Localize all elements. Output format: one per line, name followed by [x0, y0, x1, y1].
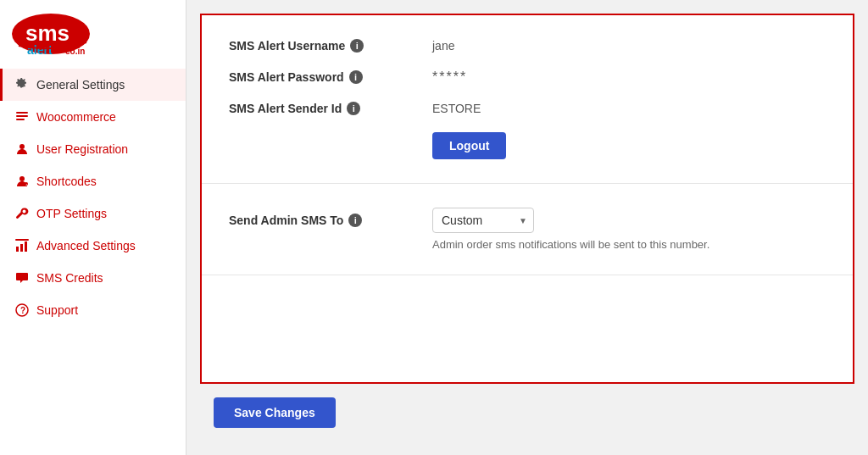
admin-sms-info-icon[interactable]: i [348, 214, 362, 227]
sidebar-item-shortcodes[interactable]: + Shortcodes [0, 165, 186, 197]
sidebar-item-otp-settings-label: OTP Settings [36, 207, 107, 220]
sidebar-item-sms-credits[interactable]: SMS Credits [0, 262, 186, 294]
sidebar-item-general-settings[interactable]: General Settings [0, 69, 186, 101]
svg-text:sms: sms [25, 20, 70, 46]
password-info-icon[interactable]: i [349, 70, 363, 84]
password-value: ***** [432, 69, 467, 85]
svg-text:?: ? [20, 306, 25, 315]
admin-sms-select[interactable]: Custom Admin Email Billing Email [432, 208, 534, 233]
svg-point-8 [19, 176, 25, 181]
sidebar-item-support-label: Support [36, 303, 78, 317]
logo-image: sms alert co.in [10, 8, 112, 58]
sidebar-item-woocommerce[interactable]: Woocommerce [0, 101, 186, 133]
sender-row: SMS Alert Sender Id i ESTORE [229, 102, 826, 115]
admin-sms-hint: Admin order sms notifications will be se… [432, 238, 826, 251]
sidebar-item-otp-settings[interactable]: OTP Settings [0, 197, 186, 230]
svg-rect-12 [20, 244, 23, 252]
logo-area: sms alert co.in [0, 0, 186, 65]
sidebar-item-sms-credits-label: SMS Credits [36, 271, 103, 285]
admin-sms-select-wrapper: Custom Admin Email Billing Email [432, 208, 534, 233]
nav-menu: General Settings Woocommerce User Regist… [0, 65, 186, 330]
content-wrapper: SMS Alert Username i jane SMS Alert Pass… [200, 14, 854, 384]
sidebar-item-user-registration[interactable]: User Registration [0, 133, 186, 165]
sender-value: ESTORE [432, 102, 481, 115]
username-row: SMS Alert Username i jane [229, 39, 826, 53]
question-icon: ? [14, 302, 30, 318]
password-label: SMS Alert Password i [229, 70, 432, 84]
gear-icon [14, 77, 30, 92]
shortcodes-icon: + [14, 174, 30, 189]
comment-icon [14, 270, 30, 286]
sender-info-icon[interactable]: i [347, 102, 360, 115]
sidebar-item-woocommerce-label: Woocommerce [36, 110, 116, 124]
password-row: SMS Alert Password i ***** [229, 69, 826, 85]
user-icon [14, 141, 30, 157]
wrench-icon [14, 206, 30, 221]
save-changes-button[interactable]: Save Changes [214, 397, 336, 428]
credentials-section: SMS Alert Username i jane SMS Alert Pass… [202, 15, 853, 184]
logout-row: Logout [229, 132, 826, 159]
advanced-icon [14, 238, 30, 253]
sidebar-item-shortcodes-label: Shortcodes [36, 175, 97, 188]
sidebar: sms alert co.in General Settings [0, 0, 186, 455]
sidebar-item-general-settings-label: General Settings [36, 78, 125, 92]
sidebar-item-advanced-settings-label: Advanced Settings [36, 239, 136, 252]
sender-label: SMS Alert Sender Id i [229, 102, 432, 115]
bottom-bar: Save Changes [200, 384, 854, 441]
sidebar-item-user-registration-label: User Registration [36, 142, 128, 156]
list-icon [14, 109, 30, 125]
svg-rect-14 [15, 239, 29, 241]
svg-rect-13 [25, 241, 27, 252]
svg-point-7 [19, 144, 25, 149]
sidebar-item-support[interactable]: ? Support [0, 294, 186, 326]
username-value: jane [432, 39, 454, 53]
main-content: SMS Alert Username i jane SMS Alert Pass… [186, 0, 868, 455]
admin-sms-section: Send Admin SMS To i Custom Admin Email B… [202, 184, 853, 275]
admin-sms-label: Send Admin SMS To i [229, 214, 432, 227]
admin-sms-row: Send Admin SMS To i Custom Admin Email B… [229, 208, 826, 233]
sidebar-item-advanced-settings[interactable]: Advanced Settings [0, 230, 186, 262]
svg-rect-5 [16, 115, 28, 117]
svg-text:co.in: co.in [65, 47, 85, 56]
svg-rect-4 [16, 112, 28, 114]
svg-text:alert: alert [27, 43, 53, 57]
username-info-icon[interactable]: i [350, 39, 364, 53]
svg-rect-11 [16, 247, 19, 252]
logout-button[interactable]: Logout [432, 132, 506, 159]
username-label: SMS Alert Username i [229, 39, 432, 53]
svg-rect-6 [16, 119, 25, 120]
